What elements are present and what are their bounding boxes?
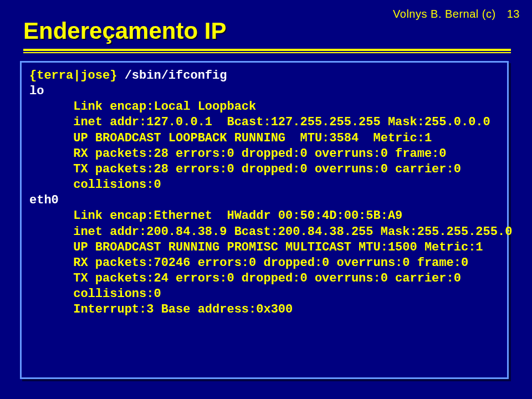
eth0-line-5: TX packets:24 errors:0 dropped:0 overrun… [29, 272, 461, 285]
slide: Volnys B. Bernal (c) 13 Endereçamento IP… [0, 0, 532, 399]
eth0-line-2: inet addr:200.84.38.9 Bcast:200.84.38.25… [29, 225, 512, 239]
eth0-line-7: Interrupt:3 Base address:0x300 [29, 303, 293, 316]
lo-line-3: UP BROADCAST LOOPBACK RUNNING MTU:3584 M… [29, 131, 432, 145]
lo-line-1: Link encap:Local Loopback [29, 100, 256, 114]
eth0-line-1: Link encap:Ethernet HWaddr 00:50:4D:00:5… [29, 209, 402, 223]
eth0-line-4: RX packets:70246 errors:0 dropped:0 over… [29, 256, 468, 270]
terminal-content: {terra|jose} /sbin/ifconfig lo Link enca… [22, 63, 507, 324]
terminal-box: {terra|jose} /sbin/ifconfig lo Link enca… [20, 61, 509, 379]
header-meta: Volnys B. Bernal (c) 13 [393, 8, 520, 21]
eth0-line-6: collisions:0 [29, 287, 161, 301]
copyright-text: Volnys B. Bernal (c) [393, 8, 496, 20]
title-underline [23, 49, 511, 52]
lo-line-6: collisions:0 [29, 178, 161, 192]
iface-eth0-name: eth0 [29, 193, 59, 207]
lo-line-4: RX packets:28 errors:0 dropped:0 overrun… [29, 147, 447, 161]
eth0-line-3: UP BROADCAST RUNNING PROMISC MULTICAST M… [29, 241, 483, 254]
lo-line-2: inet addr:127.0.0.1 Bcast:127.255.255.25… [29, 115, 490, 129]
page-number: 13 [507, 8, 520, 20]
slide-title: Endereçamento IP [23, 18, 226, 44]
command-text: /sbin/ifconfig [117, 69, 227, 83]
lo-line-5: TX packets:28 errors:0 dropped:0 overrun… [29, 162, 461, 176]
prompt-host: {terra|jose} [29, 69, 117, 83]
iface-lo-name: lo [29, 84, 44, 98]
